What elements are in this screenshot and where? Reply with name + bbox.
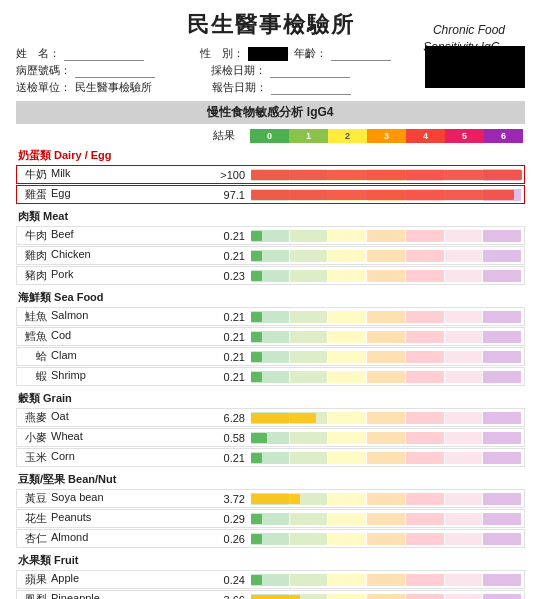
food-name-col: 雞蛋Egg — [19, 187, 199, 202]
bar-bg — [251, 432, 522, 444]
bar-seg — [406, 594, 445, 600]
food-zh: 雞肉 — [19, 248, 47, 263]
food-result: 0.21 — [199, 351, 251, 363]
food-en: Pork — [51, 268, 74, 283]
bar-seg — [290, 371, 329, 383]
bar-seg — [367, 331, 406, 343]
food-bar-col — [251, 513, 522, 525]
bar-seg — [483, 351, 522, 363]
food-zh: 牛肉 — [19, 228, 47, 243]
food-row: 蛤Clam0.21 — [16, 347, 525, 366]
page: 民生醫事檢驗所 Chronic Food Sensitivity IgG₄ 姓 … — [0, 0, 541, 599]
food-row: 牛肉Beef0.21 — [16, 226, 525, 245]
food-en: Almond — [51, 531, 88, 546]
food-en: Pineapple — [51, 592, 100, 599]
bar-fill — [251, 514, 262, 524]
bar-seg — [406, 533, 445, 545]
report-label: 報告日期： — [212, 80, 267, 95]
bar-seg — [483, 493, 522, 505]
bar-seg — [290, 270, 329, 282]
food-result: >100 — [199, 169, 251, 181]
food-name-col: 牛奶Milk — [19, 167, 199, 182]
food-name-col: 黃豆Soya bean — [19, 491, 199, 506]
bar-seg — [328, 493, 367, 505]
bar-bg — [251, 250, 522, 262]
bar-bg — [251, 452, 522, 464]
sender-label: 送檢單位： — [16, 80, 71, 95]
food-name-col: 花生Peanuts — [19, 511, 199, 526]
bar-fill — [251, 372, 262, 382]
black-box — [425, 46, 525, 88]
bar-fill — [251, 332, 262, 342]
group-label-beannut: 豆類/堅果 Bean/Nut — [16, 470, 525, 489]
bar-seg — [328, 432, 367, 444]
bar-seg — [483, 331, 522, 343]
food-result: 0.21 — [199, 452, 251, 464]
food-result: 0.21 — [199, 311, 251, 323]
bar-seg — [445, 270, 484, 282]
bar-seg — [367, 493, 406, 505]
bar-seg — [445, 574, 484, 586]
bar-seg — [367, 533, 406, 545]
food-result: 0.58 — [199, 432, 251, 444]
food-en: Egg — [51, 187, 71, 202]
bar-fill — [251, 271, 262, 281]
bar-seg — [483, 250, 522, 262]
food-result: 97.1 — [199, 189, 251, 201]
scale-colors: 0 1 2 3 4 5 6 — [250, 129, 523, 143]
scale-bar-col: 0 1 2 3 4 5 6 — [250, 129, 523, 143]
bar-fill — [251, 312, 262, 322]
food-name-col: 蘋果Apple — [19, 572, 199, 587]
bar-seg — [445, 533, 484, 545]
food-row: 鱈魚Cod0.21 — [16, 327, 525, 346]
food-row: 雞肉Chicken0.21 — [16, 246, 525, 265]
bar-seg — [483, 513, 522, 525]
bar-seg — [328, 250, 367, 262]
bar-fill — [251, 575, 262, 585]
bar-seg — [290, 250, 329, 262]
food-name-col: 小麥Wheat — [19, 430, 199, 445]
bar-seg — [328, 331, 367, 343]
food-row: 黃豆Soya bean3.72 — [16, 489, 525, 508]
food-zh: 蘋果 — [19, 572, 47, 587]
bar-fill — [251, 413, 316, 423]
food-zh: 豬肉 — [19, 268, 47, 283]
bar-seg — [406, 452, 445, 464]
food-en: Clam — [51, 349, 77, 364]
group-label-dairy: 奶蛋類 Dairy / Egg — [16, 146, 525, 165]
bar-fill — [251, 190, 514, 200]
bar-seg — [406, 351, 445, 363]
bar-seg — [328, 412, 367, 424]
report-field: 報告日期： — [212, 80, 351, 95]
scale-color-1: 1 — [289, 129, 328, 143]
bar-seg — [445, 371, 484, 383]
food-groups: 奶蛋類 Dairy / Egg牛奶Milk>100雞蛋Egg97.1肉類 Mea… — [16, 146, 525, 599]
bar-fill — [251, 453, 262, 463]
bar-seg — [445, 412, 484, 424]
bar-seg — [367, 412, 406, 424]
bar-fill — [251, 534, 262, 544]
bar-seg — [406, 412, 445, 424]
food-name-col: 蝦Shrimp — [19, 369, 199, 384]
bar-fill — [251, 494, 300, 504]
bar-fill — [251, 231, 262, 241]
gender-label: 性 別： — [200, 46, 244, 61]
bar-fill — [251, 352, 262, 362]
bar-seg — [406, 513, 445, 525]
group-label-meat: 肉類 Meat — [16, 207, 525, 226]
food-bar-col — [251, 432, 522, 444]
bar-seg — [483, 371, 522, 383]
bar-seg — [367, 270, 406, 282]
food-bar-col — [251, 371, 522, 383]
bar-seg — [406, 371, 445, 383]
bar-seg — [367, 452, 406, 464]
bar-bg — [251, 371, 522, 383]
food-result: 0.21 — [199, 230, 251, 242]
bar-seg — [483, 574, 522, 586]
patient-info: 姓 名： 性 別： 年齡： 病歷號碼： 採檢日期： 送檢單位： — [16, 46, 525, 95]
bar-bg — [251, 270, 522, 282]
food-bar-col — [251, 169, 522, 181]
bar-seg — [483, 432, 522, 444]
food-bar-col — [251, 230, 522, 242]
collect-value — [270, 64, 350, 78]
